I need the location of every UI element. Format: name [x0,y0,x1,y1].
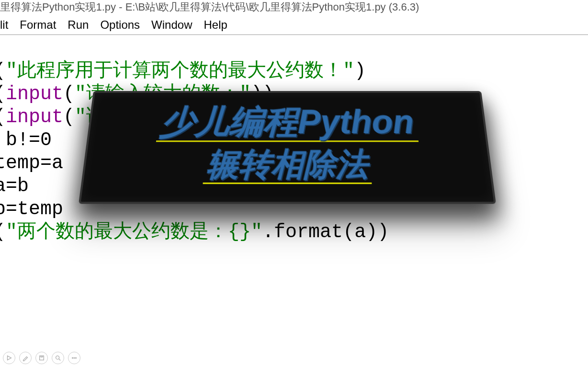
code-token: ( [0,106,6,128]
pencil-icon[interactable] [19,352,32,364]
svg-marker-0 [8,356,11,360]
code-token: ( [63,106,75,128]
banner-face: 少儿编程Python 辗转相除法 [79,91,496,204]
code-token: ( [343,221,354,243]
code-token: ( [0,221,6,243]
code-token: {} [228,221,251,243]
svg-point-6 [74,357,75,358]
video-overlay-banner: 少儿编程Python 辗转相除法 [93,91,481,201]
triangle-icon[interactable] [3,352,15,364]
code-token: != [17,129,40,151]
svg-line-4 [59,359,61,361]
code-token: ( [0,83,6,105]
banner-title-line1: 少儿编程Python [156,104,418,142]
menu-window[interactable]: Window [151,18,192,32]
menu-run[interactable]: Run [68,18,89,32]
code-token: input [6,106,63,128]
svg-rect-2 [41,356,43,357]
menu-bar: lit Format Run Options Window Help [0,16,588,35]
code-token: input [6,83,63,105]
more-icon[interactable] [68,352,80,364]
save-icon[interactable] [35,352,48,364]
svg-point-3 [56,356,59,359]
code-token: b=temp [0,198,63,220]
code-token: ( [63,83,75,105]
bottom-toolbar [3,352,80,364]
code-token: b [0,129,17,151]
code-token: temp=a [0,152,63,174]
window-title: 里得算法Python实现1.py - E:\B站\欧几里得算法\代码\欧几里得算… [0,0,588,16]
code-token: format [274,221,343,243]
zoom-icon[interactable] [52,352,64,364]
svg-rect-1 [40,356,44,360]
code-token: a=b [0,175,29,197]
menu-help[interactable]: Help [204,18,227,32]
menu-edit[interactable]: lit [0,18,8,32]
menu-options[interactable]: Options [100,18,140,32]
code-token: a [354,221,366,243]
menu-format[interactable]: Format [20,18,56,32]
code-token: ) [354,60,366,82]
svg-point-5 [72,357,73,358]
code-token: 0 [40,129,52,151]
code-token: )) [366,221,389,243]
code-token: "此程序用于计算两个数的最大公约数！" [6,60,354,82]
svg-point-7 [76,357,77,358]
code-token: " [251,221,262,243]
code-token: . [262,221,274,243]
code-token: ( [0,60,6,82]
banner-title-line2: 辗转相除法 [203,148,372,184]
code-token: "两个数的最大公约数是： [6,221,228,243]
